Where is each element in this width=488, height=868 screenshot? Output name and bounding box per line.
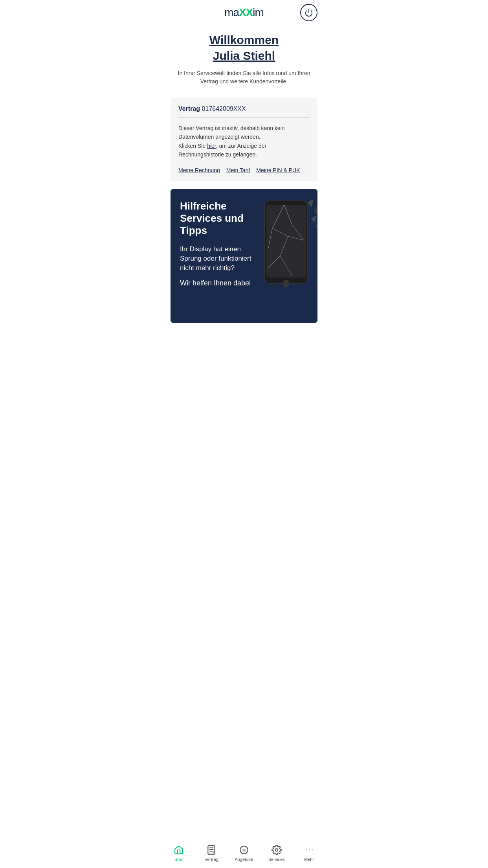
nav-item-mehr[interactable]: Mehr: [297, 844, 321, 862]
welcome-section: Willkommen Julia Stiehl In Ihrer Service…: [163, 25, 325, 97]
services-icon: [271, 844, 282, 855]
banner-title: Hilfreiche Services und Tipps: [180, 200, 257, 237]
svg-marker-12: [308, 199, 314, 207]
contract-info: Dieser Vertrag ist inaktiv, deshalb kann…: [178, 124, 310, 159]
contract-card: Vertrag 017642009XXX Dieser Vertrag ist …: [171, 97, 317, 181]
bottom-navigation: Start Vertrag % Angebote: [163, 841, 325, 868]
contract-links: Meine Rechnung Mein Tarif Meine PIN & PU…: [178, 167, 310, 173]
mehr-icon: [304, 844, 315, 855]
nav-item-start[interactable]: Start: [167, 844, 191, 862]
app-logo: maXXim: [224, 6, 264, 19]
meine-rechnung-link[interactable]: Meine Rechnung: [178, 167, 220, 173]
start-label: Start: [174, 857, 183, 862]
power-button[interactable]: [300, 4, 317, 21]
start-icon: [173, 844, 184, 855]
logo-x1: X: [239, 6, 246, 18]
angebote-icon: %: [238, 844, 250, 855]
banner-section: Hilfreiche Services und Tipps Ihr Displa…: [171, 189, 317, 323]
svg-point-16: [283, 280, 289, 287]
contract-divider: [178, 117, 310, 118]
phone-graphic: [253, 197, 317, 301]
svg-marker-13: [314, 205, 317, 215]
svg-point-24: [306, 850, 307, 851]
angebote-label: Angebote: [235, 857, 253, 862]
banner-footer: Wir helfen Ihnen dabei: [180, 279, 257, 287]
broken-phone-svg: [253, 197, 317, 299]
contract-info-text1: Dieser Vertrag ist inaktiv, deshalb kann…: [178, 125, 285, 140]
vertrag-label: Vertrag: [204, 857, 218, 862]
logo-x2: X: [246, 6, 253, 18]
services-label: Services: [268, 857, 285, 862]
banner-subtitle: Ihr Display hat einen Sprung oder funkti…: [180, 245, 257, 272]
bottom-spacer: [163, 323, 325, 354]
welcome-title-line1: Willkommen: [174, 33, 314, 47]
svg-point-23: [275, 849, 278, 851]
nav-item-angebote[interactable]: % Angebote: [232, 844, 256, 862]
svg-point-26: [312, 850, 313, 851]
mein-tarif-link[interactable]: Mein Tarif: [226, 167, 250, 173]
mehr-label: Mehr: [304, 857, 314, 862]
nav-item-services[interactable]: Services: [265, 844, 288, 862]
contract-link-prefix: Klicken Sie: [178, 143, 207, 149]
svg-marker-15: [316, 223, 317, 228]
meine-pin-puk-link[interactable]: Meine PIN & PUK: [256, 167, 300, 173]
vertrag-icon: [206, 844, 217, 855]
power-icon: [305, 8, 313, 17]
contract-here-link[interactable]: hier: [207, 143, 216, 149]
contract-header: Vertrag 017642009XXX: [178, 105, 310, 112]
welcome-description: In Ihrer Servicewelt finden Sie alle Inf…: [174, 69, 314, 86]
welcome-title-line2: Julia Stiehl: [174, 49, 314, 63]
logo-text: maXXim: [224, 6, 264, 19]
contract-label: Vertrag: [178, 105, 200, 112]
svg-point-25: [308, 850, 310, 851]
nav-item-vertrag[interactable]: Vertrag: [200, 844, 223, 862]
svg-marker-14: [311, 216, 316, 223]
app-header: maXXim: [163, 0, 325, 25]
contract-number: 017642009XXX: [202, 105, 246, 112]
svg-text:%: %: [242, 848, 246, 852]
